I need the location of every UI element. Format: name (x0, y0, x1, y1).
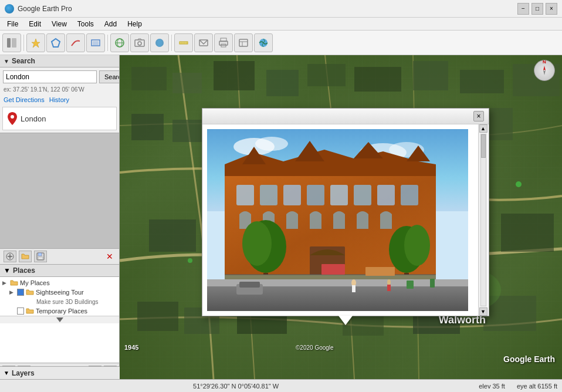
result-name: London (21, 114, 46, 123)
svg-rect-22 (239, 39, 248, 46)
svg-point-12 (157, 39, 162, 47)
svg-rect-56 (137, 302, 178, 331)
menu-view[interactable]: View (47, 19, 72, 29)
places-header[interactable]: ▼ Places (0, 265, 119, 277)
map-copyright: ©2020 Google (296, 344, 334, 351)
menu-add[interactable]: Add (100, 19, 121, 29)
maximize-button[interactable]: □ (531, 3, 543, 15)
svg-point-97 (404, 225, 430, 266)
toolbar-polygon-btn[interactable] (46, 33, 65, 52)
search-input[interactable] (3, 70, 97, 83)
toolbar-print-btn[interactable] (214, 33, 233, 52)
toolbar-globe-btn[interactable] (110, 33, 129, 52)
history-link[interactable]: History (49, 96, 69, 103)
menu-file[interactable]: File (2, 19, 23, 29)
scroll-up-arrow[interactable]: ▲ (479, 124, 487, 133)
menu-tools[interactable]: Tools (73, 19, 99, 29)
location-pin-icon (8, 112, 17, 125)
toolbar-view-btn[interactable] (234, 33, 253, 52)
add-panel-btn[interactable] (4, 251, 16, 262)
scroll-track[interactable] (480, 134, 486, 306)
svg-rect-39 (172, 73, 202, 93)
svg-rect-32 (38, 257, 43, 259)
panel-controls: ✕ (0, 248, 119, 265)
toolbar-earth-btn[interactable] (254, 33, 273, 52)
svg-rect-108 (321, 264, 345, 275)
tree-item-temp[interactable]: ▶ Temporary Places (0, 306, 119, 316)
places-header-label: Places (13, 266, 35, 275)
svg-rect-99 (225, 275, 436, 279)
svg-point-68 (516, 181, 522, 187)
get-directions-link[interactable]: Get Directions (4, 96, 45, 103)
places-collapse-arrow[interactable]: ▼ (4, 266, 11, 275)
result-item[interactable]: London (5, 110, 114, 127)
save-panel-btn[interactable] (34, 251, 47, 262)
close-button[interactable]: × (546, 3, 557, 15)
map-area[interactable]: ©2020 Google N ©2020 Google Walworth 194… (120, 55, 562, 379)
search-links: Get Directions History (0, 95, 119, 107)
tree-scroll-down-icon[interactable] (56, 317, 63, 322)
tree-item-myplaces[interactable]: ▶ My Places (0, 278, 119, 288)
tree-arrow-sightseeing: ▶ (9, 289, 15, 295)
svg-rect-89 (354, 185, 371, 205)
toolbar-photo-btn[interactable] (130, 33, 149, 52)
toolbar-ruler-btn[interactable] (174, 33, 193, 52)
folder-icon (10, 279, 18, 286)
places-section: ▼ Places ▶ My Places ▶ Sightseeing Tour … (0, 265, 119, 380)
statusbar-coords: 51°29'26.30" N 0°05'40.81" W (5, 383, 467, 390)
toolbar-path-btn[interactable] (66, 33, 85, 52)
compass-circle: N (534, 60, 555, 81)
svg-rect-41 (266, 70, 299, 96)
scroll-down-arrow[interactable]: ▼ (479, 307, 487, 316)
temp-folder-icon (26, 307, 34, 315)
statusbar: 51°29'26.30" N 0°05'40.81" W elev 35 ft … (0, 379, 562, 392)
menu-edit[interactable]: Edit (24, 19, 46, 29)
compass[interactable]: N (534, 60, 555, 81)
folder-panel-btn[interactable] (19, 251, 32, 262)
tree-label-temp: Temporary Places (36, 307, 87, 315)
layers-bar[interactable]: ▼ Layers (0, 366, 120, 379)
toolbar-overlay-btn[interactable] (86, 33, 105, 52)
search-result: London (2, 107, 117, 130)
svg-marker-33 (56, 317, 63, 322)
panel-close-btn[interactable]: ✕ (104, 251, 116, 262)
toolbar-email-btn[interactable] (194, 33, 213, 52)
year-label: 1945 (124, 344, 138, 351)
titlebar: Google Earth Pro − □ × (0, 0, 562, 18)
toolbar (0, 31, 562, 55)
photo-container: ▲ ▼ (202, 124, 489, 316)
toolbar-placemark-btn[interactable] (26, 33, 45, 52)
search-header[interactable]: ▼ Search (0, 55, 119, 67)
search-collapse-arrow[interactable]: ▼ (4, 58, 9, 65)
layers-arrow[interactable]: ▼ (4, 370, 9, 376)
search-grey-area (0, 133, 119, 248)
google-earth-brand: Google Earth (503, 354, 555, 364)
search-button[interactable]: Search (99, 70, 120, 83)
popup-tail (338, 316, 353, 325)
minimize-button[interactable]: − (517, 3, 529, 15)
photo-scrollbar[interactable]: ▲ ▼ (478, 124, 487, 316)
scroll-thumb[interactable] (481, 134, 486, 158)
photo-close-btn[interactable]: × (473, 111, 484, 121)
eye-label: eye alt (517, 383, 536, 390)
svg-marker-2 (32, 39, 40, 48)
tree-item-sightseeing[interactable]: ▶ Sightseeing Tour (0, 288, 119, 297)
temp-checkbox[interactable] (17, 307, 24, 315)
toolbar-sep-3 (171, 35, 172, 51)
earth-icon (5, 4, 14, 13)
toolbar-ocean-btn[interactable] (150, 33, 169, 52)
svg-rect-0 (7, 38, 11, 48)
svg-rect-88 (330, 185, 348, 205)
svg-point-10 (138, 42, 141, 45)
sightseeing-checkbox[interactable] (17, 289, 24, 296)
building-photo-svg (207, 129, 468, 311)
svg-rect-110 (407, 281, 414, 289)
elev-label: elev (479, 383, 490, 390)
svg-point-105 (387, 279, 391, 285)
compass-n: N (543, 59, 546, 65)
svg-marker-3 (52, 39, 60, 47)
search-section: ▼ Search Search ex: 37.25' 19.1'N, 122 0… (0, 55, 119, 133)
toolbar-sidebar-btn[interactable] (2, 33, 21, 52)
elev-value: 35 ft (492, 383, 505, 390)
menu-help[interactable]: Help (123, 19, 147, 29)
